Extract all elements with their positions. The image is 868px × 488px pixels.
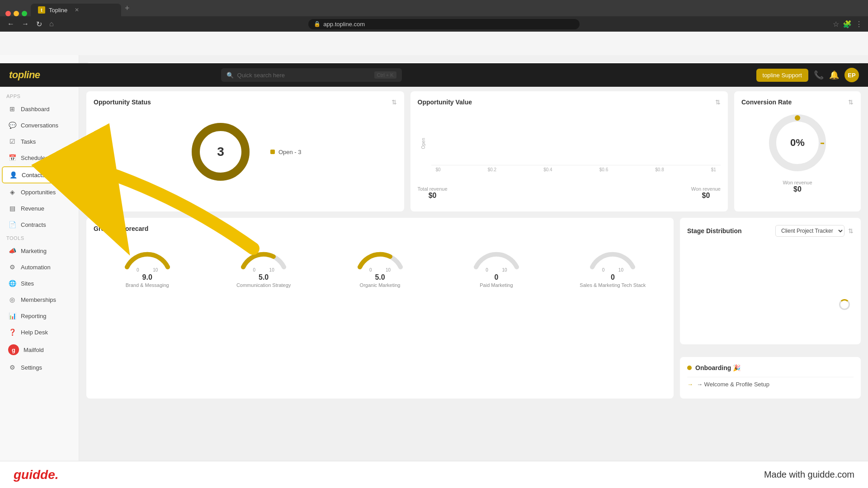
- sidebar-item-conversations[interactable]: 💬 Conversations: [2, 117, 77, 133]
- apps-section-label: Apps: [0, 91, 79, 101]
- reload-button[interactable]: ↻: [34, 18, 44, 30]
- sidebar-item-reporting[interactable]: 📊 Reporting: [2, 308, 77, 324]
- widget-row-1: Opportunity Status ⇅ 3: [86, 91, 861, 211]
- browser-chrome: t Topline ✕ + ← → ↻ ⌂ 🔒 app.topline.com …: [0, 0, 868, 32]
- sidebar-item-contracts[interactable]: 📄 Contracts: [2, 217, 77, 232]
- sidebar-item-revenue[interactable]: ▤ Revenue: [2, 201, 77, 216]
- sidebar-label-mailfold: Mailfold: [24, 347, 44, 353]
- opportunity-status-config-button[interactable]: ⇅: [392, 99, 397, 106]
- opportunity-value-config-button[interactable]: ⇅: [715, 99, 721, 106]
- gauge-svg-1: [236, 238, 291, 269]
- notifications-button[interactable]: 🔔: [829, 70, 839, 80]
- schedules-icon: 📅: [8, 154, 16, 162]
- address-bar[interactable]: 🔒 app.topline.com: [308, 19, 580, 29]
- sidebar-item-automation[interactable]: ⚙ Automation: [2, 259, 77, 275]
- traffic-lights: [5, 11, 27, 16]
- minimize-traffic-light[interactable]: [14, 11, 19, 16]
- onboarding-item-0[interactable]: → → Welcome & Profile Setup: [687, 377, 854, 391]
- search-placeholder-text: Quick search here: [237, 72, 371, 79]
- conversations-icon: 💬: [8, 121, 16, 129]
- sidebar-item-opportunities[interactable]: ◈ Opportunities: [2, 184, 77, 200]
- address-url: app.topline.com: [323, 21, 365, 28]
- gauge-svg-4: [585, 238, 640, 269]
- search-bar[interactable]: 🔍 Quick search here Ctrl + K: [221, 68, 402, 82]
- x-axis-labels: $0 $0.2 $0.4 $0.6 $0.8 $1: [431, 167, 721, 172]
- sidebar-label-sites: Sites: [21, 280, 34, 287]
- topbar-right: topline Support 📞 🔔 EP: [756, 68, 859, 82]
- x-label-2: $0.4: [543, 167, 552, 172]
- stage-pipeline-selector[interactable]: Client Project Tracker: [775, 225, 844, 237]
- forward-button[interactable]: →: [20, 18, 31, 30]
- sidebar-item-tasks[interactable]: ☑ Tasks: [2, 134, 77, 149]
- stage-distribution-title: Stage Distribution: [687, 227, 742, 235]
- sidebar-label-memberships: Memberships: [21, 296, 56, 303]
- conversion-rate-config-button[interactable]: ⇅: [848, 99, 854, 106]
- sidebar-label-schedules: Schedules: [21, 155, 48, 161]
- bottom-bar: guidde. Made with guidde.com: [0, 461, 868, 488]
- sites-icon: 🌐: [8, 279, 16, 287]
- revenue-icon: ▤: [8, 204, 16, 212]
- sidebar-item-mailfold[interactable]: g Mailfold: [2, 341, 77, 359]
- browser-nav: ← → ↻ ⌂ 🔒 app.topline.com ☆ 🧩 ⋮: [0, 16, 868, 32]
- conversion-percentage: 0%: [790, 137, 805, 148]
- user-avatar[interactable]: EP: [844, 68, 859, 82]
- search-shortcut: Ctrl + K: [374, 71, 396, 79]
- active-browser-tab[interactable]: t Topline ✕: [31, 4, 121, 16]
- extensions-button[interactable]: 🧩: [843, 20, 852, 28]
- sidebar-label-contracts: Contracts: [21, 221, 46, 228]
- stage-chart-empty: [687, 242, 854, 296]
- conversion-donut-chart: 0%: [766, 111, 829, 174]
- main-area: Dunder Mifflin [D... Scranton, PA ⌄ ▤ Ap…: [0, 55, 868, 488]
- gauge-item-0: 0 10 9.0 Brand & Messaging: [94, 238, 201, 288]
- support-button[interactable]: topline Support: [756, 69, 808, 82]
- sidebar-item-help-desk[interactable]: ❓ Help Desk: [2, 324, 77, 340]
- gauge-label-1: Communication Strategy: [210, 282, 317, 288]
- back-button[interactable]: ←: [5, 18, 16, 30]
- opportunity-status-donut: 3: [189, 120, 252, 183]
- bar-chart-area: Open $0 $0.2: [418, 116, 721, 179]
- guidde-credit-text: Made with guidde.com: [764, 469, 854, 480]
- legend-dot-open: [270, 150, 275, 154]
- growth-scorecard-widget: Growth Scorecard 0 10 9.0 Brand & Me: [86, 218, 674, 399]
- sidebar-item-schedules[interactable]: 📅 Schedules: [2, 150, 77, 165]
- close-traffic-light[interactable]: [5, 11, 11, 16]
- tools-section-label: Tools: [0, 233, 79, 243]
- browser-tabs: t Topline ✕ +: [0, 0, 868, 16]
- sidebar-label-automation: Automation: [21, 264, 51, 271]
- sidebar-item-memberships[interactable]: ◎ Memberships: [2, 292, 77, 307]
- marketing-icon: 📣: [8, 247, 16, 255]
- onboarding-item-label-0: → Welcome & Profile Setup: [697, 381, 769, 388]
- app-logo: topline: [9, 69, 40, 81]
- browser-menu-button[interactable]: ⋮: [855, 20, 863, 28]
- tab-close-button[interactable]: ✕: [75, 7, 79, 13]
- bookmark-button[interactable]: ☆: [833, 20, 839, 28]
- sidebar-label-contacts: Contacts: [22, 172, 45, 178]
- guidde-logo: guidde.: [14, 468, 59, 482]
- sidebar-item-dashboard[interactable]: ⊞ Dashboard: [2, 101, 77, 117]
- stage-selector-row: Client Project Tracker ⇅: [775, 225, 854, 237]
- opportunity-status-widget: Opportunity Status ⇅ 3: [86, 91, 404, 211]
- home-button[interactable]: ⌂: [47, 18, 56, 30]
- stage-config-button[interactable]: ⇅: [848, 227, 854, 235]
- sidebar-item-settings[interactable]: ⚙ Settings: [2, 360, 77, 375]
- won-revenue-item: Won revenue $0: [691, 186, 721, 200]
- growth-scorecard-header: Growth Scorecard: [94, 225, 666, 232]
- total-revenue-amount: $0: [418, 192, 448, 200]
- sidebar-item-contacts[interactable]: 👤 Contacts: [2, 166, 77, 183]
- gauge-range-4: 0 10: [559, 267, 666, 272]
- loading-area: [687, 296, 854, 310]
- total-revenue-label: Total revenue: [418, 186, 448, 192]
- opportunity-status-chart: 3 Open - 3: [94, 111, 397, 192]
- opportunity-value-header: Opportunity Value ⇅: [418, 99, 721, 106]
- gauge-svg-2: [353, 238, 407, 269]
- sidebar-label-help-desk: Help Desk: [21, 329, 48, 336]
- maximize-traffic-light[interactable]: [22, 11, 27, 16]
- sidebar-item-sites[interactable]: 🌐 Sites: [2, 276, 77, 291]
- phone-icon-button[interactable]: 📞: [814, 70, 824, 80]
- topbar: topline 🔍 Quick search here Ctrl + K top…: [0, 63, 868, 87]
- sidebar: Dunder Mifflin [D... Scranton, PA ⌄ ▤ Ap…: [0, 55, 79, 488]
- new-tab-button[interactable]: +: [125, 4, 130, 13]
- sidebar-item-marketing[interactable]: 📣 Marketing: [2, 243, 77, 258]
- conversion-rate-header: Conversion Rate ⇅: [741, 99, 854, 106]
- gauge-range-0: 0 10: [94, 267, 201, 272]
